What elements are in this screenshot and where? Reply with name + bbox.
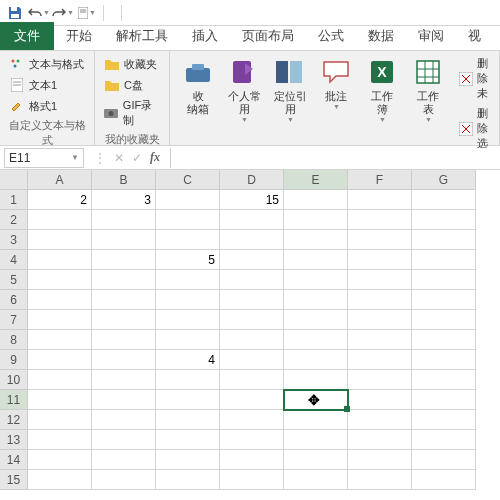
column-header[interactable]: F xyxy=(348,170,412,190)
worksheet-button[interactable]: 工作 表 ▼ xyxy=(406,54,450,125)
row-header[interactable]: 9 xyxy=(0,350,28,370)
cell[interactable] xyxy=(156,310,220,330)
column-header[interactable]: E xyxy=(284,170,348,190)
cell[interactable] xyxy=(28,350,92,370)
cell[interactable] xyxy=(220,230,284,250)
personal-button[interactable]: 个人常 用 ▼ xyxy=(222,54,266,125)
cell[interactable] xyxy=(220,470,284,490)
accept-icon[interactable]: ✓ xyxy=(132,151,142,165)
cell[interactable] xyxy=(220,370,284,390)
cell[interactable] xyxy=(348,190,412,210)
cell[interactable] xyxy=(92,330,156,350)
cell[interactable] xyxy=(412,310,476,330)
cell[interactable] xyxy=(220,330,284,350)
cell[interactable] xyxy=(28,250,92,270)
tab-formulas[interactable]: 公式 xyxy=(306,23,356,50)
cell[interactable] xyxy=(92,310,156,330)
cell[interactable]: 3 xyxy=(92,190,156,210)
cell[interactable] xyxy=(412,450,476,470)
row-header[interactable]: 2 xyxy=(0,210,28,230)
tab-layout[interactable]: 页面布局 xyxy=(230,23,306,50)
cell[interactable] xyxy=(220,450,284,470)
cell[interactable] xyxy=(284,350,348,370)
column-header[interactable]: B xyxy=(92,170,156,190)
cell[interactable] xyxy=(284,210,348,230)
row-header[interactable]: 8 xyxy=(0,330,28,350)
format1-button[interactable]: 格式1 xyxy=(6,96,87,116)
tab-view[interactable]: 视 xyxy=(456,23,493,50)
locate-button[interactable]: 定位引 用 ▼ xyxy=(268,54,312,125)
name-box[interactable]: E11 ▼ xyxy=(4,148,84,168)
cell[interactable] xyxy=(284,270,348,290)
cell[interactable] xyxy=(412,290,476,310)
cell[interactable] xyxy=(92,350,156,370)
cell[interactable] xyxy=(156,210,220,230)
cell[interactable] xyxy=(412,370,476,390)
cancel-icon[interactable]: ✕ xyxy=(114,151,124,165)
cell[interactable] xyxy=(220,270,284,290)
annotate-button[interactable]: 批注 ▼ xyxy=(314,54,358,112)
row-header[interactable]: 11 xyxy=(0,390,28,410)
cell[interactable] xyxy=(220,390,284,410)
cell[interactable] xyxy=(28,430,92,450)
cell[interactable] xyxy=(284,450,348,470)
cell[interactable] xyxy=(348,450,412,470)
qat-customize-button[interactable]: ▼ xyxy=(76,2,98,24)
cell[interactable] xyxy=(348,370,412,390)
cell[interactable] xyxy=(284,190,348,210)
cell[interactable] xyxy=(92,390,156,410)
row-header[interactable]: 13 xyxy=(0,430,28,450)
cell[interactable] xyxy=(412,390,476,410)
cell[interactable] xyxy=(92,250,156,270)
cell[interactable] xyxy=(348,410,412,430)
cell[interactable] xyxy=(156,370,220,390)
cell[interactable] xyxy=(220,430,284,450)
cell[interactable] xyxy=(284,470,348,490)
cell[interactable] xyxy=(156,190,220,210)
cell[interactable] xyxy=(92,430,156,450)
cell[interactable] xyxy=(220,310,284,330)
row-header[interactable]: 4 xyxy=(0,250,28,270)
cell[interactable] xyxy=(92,210,156,230)
tab-parse[interactable]: 解析工具 xyxy=(104,23,180,50)
row-header[interactable]: 6 xyxy=(0,290,28,310)
cell[interactable] xyxy=(412,330,476,350)
column-header[interactable]: D xyxy=(220,170,284,190)
gif-record-button[interactable]: GIF录制 xyxy=(101,96,163,130)
cell[interactable] xyxy=(284,290,348,310)
cell[interactable] xyxy=(284,430,348,450)
tab-insert[interactable]: 插入 xyxy=(180,23,230,50)
cell[interactable] xyxy=(348,310,412,330)
text1-button[interactable]: 文本1 xyxy=(6,75,87,95)
cell[interactable] xyxy=(92,290,156,310)
cell[interactable] xyxy=(28,330,92,350)
cell[interactable] xyxy=(412,230,476,250)
cell[interactable] xyxy=(28,210,92,230)
cell[interactable] xyxy=(348,390,412,410)
cell[interactable] xyxy=(220,410,284,430)
cell[interactable] xyxy=(156,430,220,450)
tab-data[interactable]: 数据 xyxy=(356,23,406,50)
cell[interactable] xyxy=(348,230,412,250)
row-header[interactable]: 14 xyxy=(0,450,28,470)
formula-input[interactable] xyxy=(170,148,500,168)
cell[interactable] xyxy=(220,250,284,270)
cell[interactable] xyxy=(28,450,92,470)
cell[interactable] xyxy=(28,370,92,390)
redo-button[interactable]: ▼ xyxy=(52,2,74,24)
cell[interactable] xyxy=(92,270,156,290)
ellipsis-icon[interactable]: ⋮ xyxy=(94,151,106,165)
row-header[interactable]: 1 xyxy=(0,190,28,210)
cell[interactable] xyxy=(156,410,220,430)
cell[interactable] xyxy=(92,450,156,470)
cell[interactable] xyxy=(412,270,476,290)
cdrive-button[interactable]: C盘 xyxy=(101,75,163,95)
cell[interactable] xyxy=(348,210,412,230)
delete-selected-button[interactable]: 删除选 xyxy=(456,104,493,153)
cell[interactable] xyxy=(156,290,220,310)
cell[interactable] xyxy=(220,350,284,370)
fx-icon[interactable]: fx xyxy=(150,150,160,165)
fill-handle[interactable] xyxy=(344,406,350,412)
cell[interactable] xyxy=(220,210,284,230)
cell[interactable] xyxy=(92,410,156,430)
